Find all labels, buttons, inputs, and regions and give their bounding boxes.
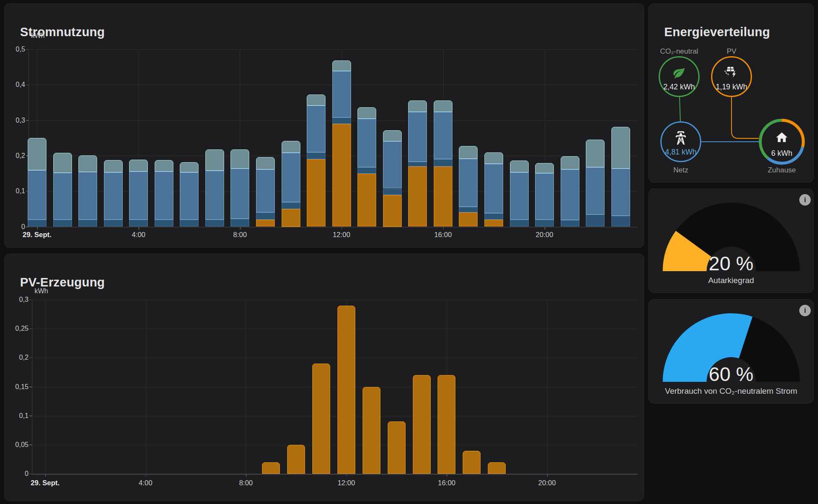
- bar-segment-co2-neutral-teal[interactable]: [510, 160, 529, 172]
- bar-segment-co2-neutral-teal[interactable]: [383, 130, 402, 141]
- bar-segment-pv-solar[interactable]: [256, 220, 275, 227]
- bar-segment-co2-neutral-teal[interactable]: [28, 138, 46, 170]
- bar-segment-pv-solar[interactable]: [434, 166, 452, 227]
- bar-segment-grid-blue[interactable]: [357, 119, 376, 167]
- bar-segment-pv-solar[interactable]: [307, 159, 325, 226]
- bar-segment-pv-erzeugung[interactable]: [312, 364, 330, 474]
- bar-segment-co2-neutral-teal[interactable]: [307, 94, 325, 106]
- bar-segment-grid-blue[interactable]: [28, 170, 46, 220]
- bar-segment-grid-blue[interactable]: [459, 159, 478, 207]
- bar-segment-pv-erzeugung[interactable]: [438, 375, 455, 474]
- bar-segment-pv-solar[interactable]: [383, 195, 402, 227]
- bar-segment-grid-blue[interactable]: [434, 112, 452, 160]
- bar-segment-pv-erzeugung[interactable]: [488, 462, 506, 474]
- bar-segment-grid-dark-blue[interactable]: [434, 159, 452, 166]
- bar-segment-co2-neutral-teal[interactable]: [78, 155, 97, 172]
- node-co2-neutral[interactable]: 2,42 kWh: [659, 56, 700, 97]
- bar-segment-grid-blue[interactable]: [180, 172, 199, 220]
- bar-segment-grid-blue[interactable]: [230, 169, 249, 219]
- bar-segment-co2-neutral-teal[interactable]: [459, 146, 478, 158]
- bar-segment-co2-neutral-teal[interactable]: [205, 149, 224, 171]
- bar-segment-co2-neutral-teal[interactable]: [484, 152, 503, 164]
- bar-segment-grid-blue[interactable]: [535, 173, 554, 220]
- bar-segment-co2-neutral-teal[interactable]: [357, 107, 376, 119]
- bar-segment-co2-neutral-teal[interactable]: [180, 162, 199, 172]
- bar-segment-pv-erzeugung[interactable]: [388, 421, 406, 474]
- node-pv[interactable]: 1,19 kWh: [711, 56, 752, 97]
- bar-segment-co2-neutral-teal[interactable]: [408, 100, 427, 112]
- bar-segment-grid-dark-blue[interactable]: [332, 117, 351, 124]
- bar-segment-grid-blue[interactable]: [53, 173, 72, 220]
- bar-segment-grid-blue[interactable]: [307, 106, 325, 152]
- bar-segment-grid-dark-blue[interactable]: [53, 220, 72, 227]
- bar-segment-pv-solar[interactable]: [332, 124, 351, 227]
- bar-segment-grid-dark-blue[interactable]: [180, 220, 199, 227]
- bar-segment-grid-dark-blue[interactable]: [611, 216, 630, 227]
- bar-segment-grid-blue[interactable]: [510, 172, 529, 220]
- bar-segment-grid-dark-blue[interactable]: [484, 213, 503, 220]
- info-icon[interactable]: i: [799, 194, 811, 206]
- bar-segment-grid-dark-blue[interactable]: [205, 220, 224, 227]
- bar-segment-grid-blue[interactable]: [383, 141, 402, 189]
- bar-segment-co2-neutral-teal[interactable]: [230, 149, 249, 169]
- stromnutzung-chart[interactable]: 0,50,40,30,20,1029. Sept.4:008:0012:0016…: [5, 4, 644, 247]
- bar-segment-grid-dark-blue[interactable]: [561, 220, 579, 227]
- bar-segment-grid-dark-blue[interactable]: [78, 220, 97, 227]
- bar-segment-grid-blue[interactable]: [256, 169, 275, 212]
- bar-segment-co2-neutral-teal[interactable]: [129, 160, 148, 172]
- bar-segment-grid-dark-blue[interactable]: [282, 202, 300, 209]
- bar-segment-co2-neutral-teal[interactable]: [332, 60, 351, 71]
- bar-segment-grid-dark-blue[interactable]: [586, 215, 605, 226]
- bar-segment-pv-solar[interactable]: [459, 212, 478, 226]
- bar-segment-grid-blue[interactable]: [408, 112, 427, 162]
- bar-segment-co2-neutral-teal[interactable]: [611, 127, 630, 169]
- bar-segment-grid-blue[interactable]: [205, 171, 224, 220]
- bar-segment-pv-solar[interactable]: [282, 209, 300, 227]
- bar-segment-grid-dark-blue[interactable]: [510, 220, 529, 227]
- bar-segment-co2-neutral-teal[interactable]: [53, 153, 72, 173]
- bar-segment-grid-dark-blue[interactable]: [155, 220, 173, 227]
- bar-segment-grid-dark-blue[interactable]: [383, 189, 402, 195]
- bar-segment-co2-neutral-teal[interactable]: [561, 156, 579, 170]
- bar-segment-pv-solar[interactable]: [357, 174, 376, 227]
- bar-segment-grid-dark-blue[interactable]: [408, 162, 427, 166]
- bar-segment-pv-erzeugung[interactable]: [262, 462, 280, 474]
- bar-segment-grid-blue[interactable]: [78, 172, 97, 220]
- node-netz[interactable]: 4,81 kWh: [660, 121, 701, 162]
- bar-segment-grid-dark-blue[interactable]: [129, 220, 148, 227]
- bar-segment-pv-erzeugung[interactable]: [337, 306, 355, 474]
- bar-segment-grid-blue[interactable]: [332, 71, 351, 117]
- node-zuhause[interactable]: 6 kWh: [759, 119, 805, 165]
- bar-segment-grid-blue[interactable]: [129, 172, 148, 220]
- bar-segment-co2-neutral-teal[interactable]: [434, 100, 452, 112]
- bar-segment-pv-solar[interactable]: [408, 166, 427, 227]
- bar-segment-grid-dark-blue[interactable]: [104, 220, 123, 227]
- bar-segment-pv-erzeugung[interactable]: [287, 445, 305, 474]
- bar-segment-grid-dark-blue[interactable]: [28, 220, 46, 227]
- bar-segment-co2-neutral-teal[interactable]: [155, 160, 173, 172]
- bar-segment-grid-blue[interactable]: [484, 164, 503, 213]
- bar-segment-co2-neutral-teal[interactable]: [104, 160, 123, 172]
- bar-segment-grid-dark-blue[interactable]: [230, 219, 249, 226]
- bar-segment-grid-blue[interactable]: [282, 153, 300, 202]
- bar-segment-grid-blue[interactable]: [611, 169, 630, 216]
- bar-segment-co2-neutral-teal[interactable]: [586, 140, 605, 167]
- bar-segment-grid-dark-blue[interactable]: [357, 167, 376, 174]
- bar-segment-co2-neutral-teal[interactable]: [256, 157, 275, 169]
- bar-segment-grid-blue[interactable]: [561, 169, 579, 220]
- bar-segment-grid-dark-blue[interactable]: [307, 152, 325, 160]
- bar-segment-grid-dark-blue[interactable]: [459, 207, 478, 212]
- bar-segment-grid-blue[interactable]: [155, 172, 173, 220]
- bar-segment-co2-neutral-teal[interactable]: [535, 163, 554, 173]
- bar-segment-pv-erzeugung[interactable]: [363, 387, 380, 474]
- pv-erzeugung-chart[interactable]: 0,30,250,20,150,10,05029. Sept.4:008:001…: [5, 254, 644, 501]
- bar-segment-pv-erzeugung[interactable]: [463, 451, 481, 474]
- bar-segment-pv-erzeugung[interactable]: [413, 375, 431, 474]
- bar-segment-grid-dark-blue[interactable]: [535, 220, 554, 227]
- bar-segment-grid-blue[interactable]: [586, 167, 605, 215]
- bar-segment-grid-blue[interactable]: [104, 172, 123, 220]
- bar-segment-co2-neutral-teal[interactable]: [282, 141, 300, 153]
- bar-segment-pv-solar[interactable]: [484, 220, 503, 227]
- info-icon[interactable]: i: [799, 305, 811, 316]
- bar-segment-grid-dark-blue[interactable]: [256, 212, 275, 220]
